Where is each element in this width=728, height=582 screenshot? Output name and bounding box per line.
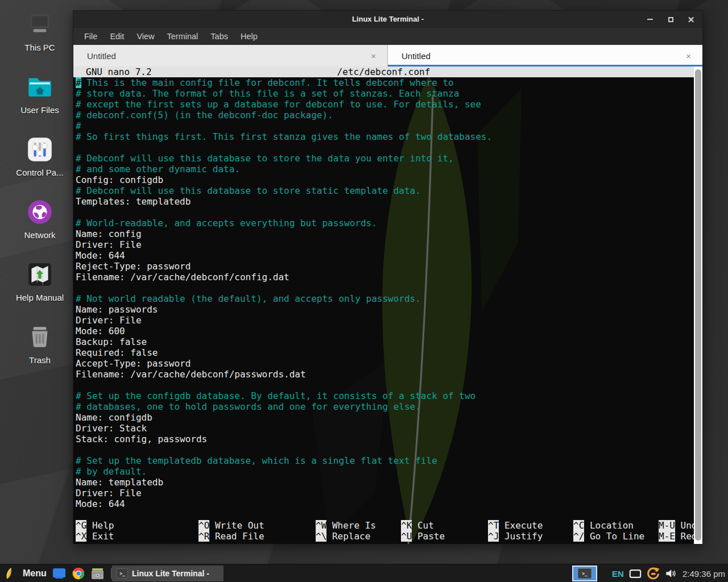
keyboard-layout-indicator[interactable]: EN bbox=[612, 569, 624, 579]
file-line: Config: configdb bbox=[76, 174, 693, 185]
desktop-icon-control-panel[interactable]: Control Pa... bbox=[7, 135, 73, 198]
file-line: Reject-Type: password bbox=[76, 261, 693, 272]
blank-line bbox=[76, 282, 693, 293]
window-controls: ✕ bbox=[646, 11, 696, 28]
nano-shortcut-paste: ^U Paste bbox=[401, 531, 445, 542]
volume-icon[interactable] bbox=[665, 567, 676, 580]
linux-lite-logo-icon bbox=[5, 567, 16, 580]
file-line: # This is the main config file for debco… bbox=[76, 77, 693, 88]
shortcut-key: ^K bbox=[401, 520, 412, 531]
desktop-icon-label: Control Pa... bbox=[16, 168, 63, 177]
control-panel-icon bbox=[26, 135, 54, 164]
shortcut-key: ^W bbox=[316, 520, 326, 531]
clock[interactable]: 2:49:36 pm bbox=[682, 569, 725, 579]
maximize-button[interactable] bbox=[666, 15, 675, 24]
file-line: Mode: 644 bbox=[76, 250, 693, 261]
file-line: # and some other dynamic data. bbox=[76, 164, 693, 174]
close-icon: ✕ bbox=[688, 15, 695, 24]
desktop-icon-help-manual[interactable]: Help Manual bbox=[7, 260, 73, 323]
tab-label: Untitled bbox=[402, 51, 682, 61]
blank-line bbox=[76, 142, 693, 153]
tray-terminal-icon: >_ bbox=[578, 568, 592, 579]
file-line: Name: configdb bbox=[76, 412, 693, 423]
file-line: Mode: 600 bbox=[76, 326, 693, 336]
file-line: # debconf.conf(5) (in the debconf-doc pa… bbox=[76, 110, 693, 120]
file-line: # So first things first. This first stan… bbox=[76, 131, 693, 142]
trash-icon bbox=[26, 323, 54, 351]
taskbar: Menu bbox=[0, 564, 728, 582]
nano-shortcut-exit: ^X Exit bbox=[76, 531, 114, 542]
nano-shortcut-cut: ^K Cut bbox=[401, 520, 434, 531]
text-cursor: # bbox=[76, 77, 81, 88]
blank-line bbox=[76, 444, 693, 455]
file-line: # by default. bbox=[76, 466, 693, 477]
nano-shortcut-justify: ^J Justify bbox=[488, 531, 543, 542]
desktop-icon-user-files[interactable]: User Files bbox=[7, 73, 73, 135]
updates-icon[interactable] bbox=[647, 567, 660, 580]
terminal-icon: >_ bbox=[117, 568, 128, 579]
desktop-icon-label: Help Manual bbox=[16, 293, 64, 302]
menu-item-edit[interactable]: Edit bbox=[104, 29, 130, 44]
file-line: Driver: File bbox=[76, 239, 693, 250]
desktop-icon-trash[interactable]: Trash bbox=[7, 323, 73, 385]
blank-line bbox=[76, 207, 693, 218]
file-manager-icon[interactable] bbox=[52, 567, 66, 580]
computer-icon bbox=[26, 10, 54, 39]
file-line: # except the first sets up a database fo… bbox=[76, 99, 693, 110]
desktop-icon-network[interactable]: Network bbox=[7, 198, 73, 260]
help-manual-icon bbox=[26, 260, 54, 289]
nano-shortcut-write-out: ^O Write Out bbox=[198, 520, 264, 531]
terminal-tab-2[interactable]: Untitled× bbox=[388, 45, 702, 66]
file-line: # Debconf will use this database to stor… bbox=[76, 185, 693, 196]
network-globe-icon bbox=[26, 198, 54, 226]
window-titlebar[interactable]: Linux Lite Terminal - ✕ bbox=[73, 11, 702, 28]
terminal-screen[interactable]: GNU nano 7.2 /etc/debconf.conf # This is… bbox=[73, 66, 702, 544]
desktop-icon-label: Network bbox=[24, 230, 55, 240]
shortcut-key: ^X bbox=[76, 531, 86, 542]
folder-home-icon bbox=[26, 73, 54, 101]
system-tray: EN 2:49:36 pm bbox=[612, 564, 725, 582]
menu-item-file[interactable]: File bbox=[78, 29, 104, 44]
file-line: Name: templatedb bbox=[76, 477, 693, 488]
nano-shortcut-go-to-line: ^/ Go To Line bbox=[573, 531, 644, 542]
file-line: Filename: /var/cache/debconf/passwords.d… bbox=[76, 369, 693, 380]
desktop-icon-label: This PC bbox=[24, 43, 55, 52]
file-line: # Not world readable (the default), and … bbox=[76, 293, 693, 304]
tray-terminal-button[interactable]: >_ bbox=[572, 566, 597, 581]
display-icon[interactable] bbox=[629, 567, 642, 580]
terminal-tab-1[interactable]: Untitled× bbox=[73, 45, 388, 66]
file-line: # Set up the templatedb database, which … bbox=[76, 455, 693, 466]
menu-button[interactable] bbox=[3, 567, 17, 580]
file-line: # bbox=[76, 120, 693, 131]
shortcut-key: ^U bbox=[401, 531, 412, 542]
file-line: Templates: templatedb bbox=[76, 196, 693, 207]
taskbar-window-button[interactable]: >_ Linux Lite Terminal - bbox=[112, 566, 224, 581]
chrome-icon[interactable] bbox=[72, 567, 85, 580]
blank-line bbox=[76, 380, 693, 390]
menu-item-tabs[interactable]: Tabs bbox=[204, 29, 234, 44]
file-line: # store data. The format of this file is… bbox=[76, 88, 693, 99]
window-title: Linux Lite Terminal - bbox=[73, 15, 702, 23]
tab-close-icon[interactable]: × bbox=[682, 50, 694, 62]
file-line: Driver: Stack bbox=[76, 423, 693, 434]
tab-close-icon[interactable]: × bbox=[367, 50, 379, 62]
shortcut-key: ^/ bbox=[573, 531, 584, 542]
menu-label[interactable]: Menu bbox=[23, 568, 47, 579]
menu-item-terminal[interactable]: Terminal bbox=[161, 29, 205, 44]
maximize-icon bbox=[668, 17, 673, 22]
file-content: # This is the main config file for debco… bbox=[76, 77, 693, 509]
menu-item-help[interactable]: Help bbox=[234, 29, 264, 44]
tab-label: Untitled bbox=[87, 51, 367, 61]
archive-icon[interactable] bbox=[91, 567, 105, 580]
desktop-icon-this-pc[interactable]: This PC bbox=[7, 10, 73, 73]
file-line: Mode: 644 bbox=[76, 498, 693, 509]
terminal-window: Linux Lite Terminal - ✕ FileEditViewTerm… bbox=[73, 10, 703, 543]
minimize-button[interactable] bbox=[646, 15, 655, 24]
close-button[interactable]: ✕ bbox=[686, 15, 696, 24]
taskbar-window-title: Linux Lite Terminal - bbox=[132, 569, 209, 578]
shortcut-key: M-E bbox=[659, 531, 675, 542]
menu-item-view[interactable]: View bbox=[130, 29, 160, 44]
scrollbar-thumb[interactable] bbox=[695, 69, 701, 541]
terminal-scrollbar[interactable] bbox=[694, 66, 702, 544]
shortcut-key: ^\ bbox=[316, 531, 326, 542]
